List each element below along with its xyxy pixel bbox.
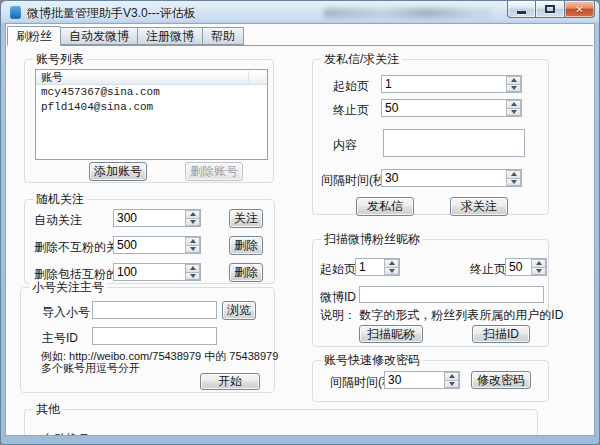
app-window: 微博批量管理助手V3.0---评估板 ✕ 刷粉丝 自动发微博 注册微博 帮助 账… xyxy=(0,0,600,445)
spinner-buttons xyxy=(506,170,521,186)
delete-account-button[interactable]: 删除账号 xyxy=(185,162,243,181)
aero-glass-reflection xyxy=(323,8,491,18)
pm-content-input[interactable] xyxy=(383,129,525,157)
ask-follow-button[interactable]: 求关注 xyxy=(450,197,508,216)
spinner-down-button[interactable] xyxy=(531,268,546,276)
tab-brush-fans[interactable]: 刷粉丝 xyxy=(7,26,61,46)
import-sub-account-input[interactable] xyxy=(92,301,217,319)
account-list-item[interactable]: pfld1404@sina.com xyxy=(36,100,267,115)
spinner-up-button[interactable] xyxy=(506,170,521,179)
column-separator xyxy=(248,71,249,83)
spinner-down-button[interactable] xyxy=(506,109,521,117)
delete-all-follow-button[interactable]: 删除 xyxy=(229,263,263,282)
spinner-up-button[interactable] xyxy=(506,100,521,109)
pm-start-page-input[interactable] xyxy=(381,75,522,93)
maximize-button[interactable] xyxy=(536,1,564,18)
arrow-down-icon xyxy=(449,382,455,386)
pm-interval-input[interactable] xyxy=(381,169,522,187)
scan-nickname-button[interactable]: 扫描昵称 xyxy=(359,325,423,343)
spinner-down-button[interactable] xyxy=(506,85,521,93)
group-sub-follow-main: 小号关注主号 导入小号 浏览 主号ID 例如: http://weibo.com… xyxy=(20,287,275,393)
spinner-up-button[interactable] xyxy=(185,237,200,246)
group-other: 其他 自动换号 xyxy=(24,409,538,436)
group-private-message-title: 发私信/求关注 xyxy=(321,52,402,66)
close-button[interactable]: ✕ xyxy=(564,1,595,18)
group-scan-fans: 扫描微博粉丝昵称 起始页 终止页 微博ID 说明： 数字的形式，粉丝列表所属的 xyxy=(312,239,549,347)
close-icon: ✕ xyxy=(575,4,583,15)
arrow-down-icon xyxy=(190,220,196,224)
spinner-up-button[interactable] xyxy=(384,259,399,268)
send-private-message-button[interactable]: 发私信 xyxy=(356,197,414,216)
account-column-header-label: 账号 xyxy=(41,71,63,83)
group-account-list: 账号列表 账号 mcy457367@sina.com pfld1404@sina… xyxy=(24,59,274,183)
delete-nonmutual-button[interactable]: 删除 xyxy=(229,236,263,255)
spinner-buttons xyxy=(506,100,521,116)
arrow-up-icon xyxy=(511,172,517,176)
change-password-button[interactable]: 修改密码 xyxy=(471,371,531,389)
weibo-id-input[interactable] xyxy=(359,286,544,303)
spinner-buttons xyxy=(185,210,200,226)
pm-end-page-label: 终止页 xyxy=(333,102,369,119)
spinner-down-button[interactable] xyxy=(384,268,399,276)
spinner-up-button[interactable] xyxy=(185,264,200,273)
scan-start-page-label: 起始页 xyxy=(320,261,356,278)
minimize-icon xyxy=(517,11,526,14)
pm-interval-label: 间隔时间(秒) xyxy=(321,172,389,189)
arrow-down-icon xyxy=(190,247,196,251)
arrow-down-icon xyxy=(389,269,395,273)
spinner-down-button[interactable] xyxy=(506,179,521,187)
maximize-icon xyxy=(545,5,555,13)
arrow-down-icon xyxy=(511,110,517,114)
spinner-buttons xyxy=(506,76,521,92)
spinner-up-button[interactable] xyxy=(531,259,546,268)
arrow-up-icon xyxy=(190,212,196,216)
weibo-id-label: 微博ID xyxy=(320,289,356,306)
scan-start-page-spinner xyxy=(355,258,400,276)
arrow-up-icon xyxy=(449,374,455,378)
arrow-down-icon xyxy=(190,274,196,278)
spinner-up-button[interactable] xyxy=(185,210,200,219)
auto-follow-label: 自动关注 xyxy=(34,212,82,229)
tab-bar: 刷粉丝 自动发微博 注册微博 帮助 xyxy=(7,26,593,46)
main-account-id-label: 主号ID xyxy=(42,330,78,347)
spinner-up-button[interactable] xyxy=(444,372,459,381)
tab-auto-post-weibo[interactable]: 自动发微博 xyxy=(61,27,138,45)
spinner-down-button[interactable] xyxy=(185,246,200,254)
group-other-title: 其他 xyxy=(33,402,63,416)
spinner-down-button[interactable] xyxy=(444,381,459,389)
pm-end-page-input[interactable] xyxy=(381,99,522,117)
minimize-button[interactable] xyxy=(507,1,536,18)
other-partial-label: 自动换号 xyxy=(42,431,90,436)
account-list-item[interactable]: mcy457367@sina.com xyxy=(36,85,267,100)
start-button[interactable]: 开始 xyxy=(200,373,260,390)
arrow-up-icon xyxy=(511,102,517,106)
arrow-down-icon xyxy=(511,180,517,184)
scan-note: 说明： 数字的形式，粉丝列表所属的用户的ID xyxy=(320,307,563,324)
pm-content-label: 内容 xyxy=(333,137,357,154)
spinner-buttons xyxy=(185,264,200,280)
scan-end-page-label: 终止页 xyxy=(470,261,506,278)
browse-button[interactable]: 浏览 xyxy=(222,301,256,320)
group-scan-fans-title: 扫描微博粉丝昵称 xyxy=(321,232,423,246)
tab-help[interactable]: 帮助 xyxy=(203,27,244,45)
window-controls: ✕ xyxy=(507,1,595,18)
group-change-password: 账号快速修改密码 间隔时间(秒) 修改密码 xyxy=(312,360,549,402)
scan-id-button[interactable]: 扫描ID xyxy=(472,325,530,343)
group-random-follow: 随机关注 自动关注 关注 删除不互粉的关注 删除 删除包括互粉的关注 xyxy=(24,199,275,284)
tab-register-weibo[interactable]: 注册微博 xyxy=(138,27,203,45)
add-account-button[interactable]: 添加账号 xyxy=(89,162,147,181)
account-list[interactable]: 账号 mcy457367@sina.com pfld1404@sina.com xyxy=(35,69,268,160)
account-column-header[interactable]: 账号 xyxy=(36,70,267,85)
arrow-up-icon xyxy=(190,239,196,243)
main-account-id-input[interactable] xyxy=(92,327,217,345)
spinner-up-button[interactable] xyxy=(506,76,521,85)
title-bar[interactable]: 微博批量管理助手V3.0---评估板 ✕ xyxy=(1,1,599,23)
spinner-down-button[interactable] xyxy=(185,273,200,281)
auto-follow-spinner xyxy=(113,209,201,227)
spinner-down-button[interactable] xyxy=(185,219,200,227)
follow-button[interactable]: 关注 xyxy=(229,209,263,228)
group-account-list-title: 账号列表 xyxy=(33,52,87,66)
group-private-message: 发私信/求关注 起始页 终止页 内容 间隔时间(秒) xyxy=(312,59,549,215)
comma-hint: 多个账号用逗号分开 xyxy=(41,361,140,376)
spinner-buttons xyxy=(531,259,546,275)
